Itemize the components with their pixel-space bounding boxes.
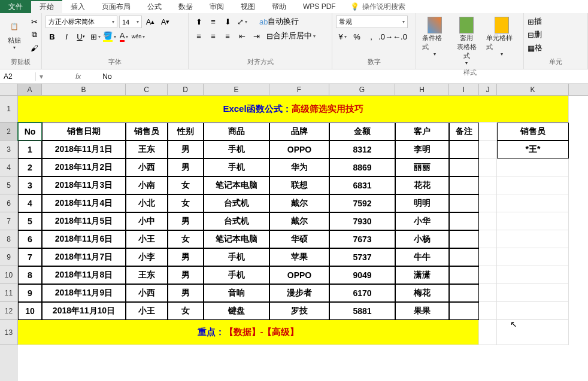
menu-tab-7[interactable]: 帮助: [263, 0, 295, 13]
table-format-button[interactable]: 套用 表格格式▾: [452, 16, 482, 67]
col-header-A[interactable]: A: [18, 84, 42, 95]
cell[interactable]: 10: [18, 302, 42, 320]
cell[interactable]: 小南: [126, 176, 168, 194]
cell[interactable]: [479, 141, 497, 159]
col-header-C[interactable]: C: [126, 84, 168, 95]
cell[interactable]: 华硕: [269, 230, 329, 248]
cell[interactable]: 小西: [126, 159, 168, 176]
delete-cells-button[interactable]: ⊟ 删: [528, 29, 542, 41]
name-box[interactable]: A2: [0, 72, 36, 81]
col-header-F[interactable]: F: [269, 84, 329, 95]
number-format-select[interactable]: 常规: [336, 16, 408, 28]
cell[interactable]: 罗技: [269, 302, 329, 320]
cell[interactable]: [479, 123, 497, 141]
cell[interactable]: 牛牛: [395, 248, 449, 266]
col-header-D[interactable]: D: [168, 84, 204, 95]
align-right-button[interactable]: ≡: [221, 30, 234, 42]
cell[interactable]: 戴尔: [269, 212, 329, 230]
cell[interactable]: 小李: [126, 248, 168, 266]
cell[interactable]: 9049: [329, 266, 395, 284]
cell[interactable]: 音响: [204, 284, 269, 302]
cell[interactable]: [497, 176, 569, 194]
menu-tab-1[interactable]: 插入: [62, 0, 93, 13]
border-button[interactable]: ⊞: [89, 31, 102, 42]
cell[interactable]: 1: [18, 141, 42, 159]
cell[interactable]: 小西: [126, 284, 168, 302]
cell-styles-button[interactable]: 单元格样式▾: [484, 16, 520, 58]
cell[interactable]: 笔记本电脑: [204, 176, 269, 194]
font-size-select[interactable]: 14: [119, 16, 142, 28]
align-bottom-button[interactable]: ⬇: [221, 16, 234, 28]
decrease-decimal-button[interactable]: ←.0: [393, 31, 407, 42]
row-header-7[interactable]: 7: [0, 212, 18, 230]
cut-button[interactable]: ✂: [28, 16, 41, 28]
title-banner[interactable]: Excel函数公式：高级筛选实用技巧: [18, 96, 569, 123]
conditional-format-button[interactable]: 条件格式▾: [420, 16, 450, 58]
insert-cells-button[interactable]: ⊞ 插: [528, 16, 542, 28]
align-top-button[interactable]: ⬆: [192, 16, 205, 28]
cell[interactable]: [449, 284, 479, 302]
percent-button[interactable]: %: [350, 31, 363, 42]
cell[interactable]: 花花: [395, 176, 449, 194]
phonetic-button[interactable]: wén: [132, 31, 145, 42]
cell[interactable]: 华为: [269, 159, 329, 176]
cell[interactable]: [479, 320, 497, 345]
footer-banner[interactable]: 重点：【数据】-【高级】: [18, 320, 479, 345]
cell[interactable]: OPPO: [269, 141, 329, 159]
cell[interactable]: 键盘: [204, 302, 269, 320]
row-header-13[interactable]: 13: [0, 320, 18, 345]
cell[interactable]: [497, 320, 569, 345]
cell[interactable]: [449, 159, 479, 176]
cell[interactable]: [449, 176, 479, 194]
menu-tab-4[interactable]: 数据: [170, 0, 201, 13]
cell[interactable]: 2018年11月4日: [42, 194, 126, 212]
formula-input[interactable]: No: [98, 72, 588, 81]
cell[interactable]: 2: [18, 159, 42, 176]
name-box-dropdown[interactable]: ▾: [36, 72, 47, 81]
paste-button[interactable]: 📋 粘贴 ▾: [4, 16, 25, 51]
insert-function-button[interactable]: fx: [71, 72, 86, 81]
cell[interactable]: 李明: [395, 141, 449, 159]
cell[interactable]: 2018年11月2日: [42, 159, 126, 176]
cell[interactable]: 4: [18, 194, 42, 212]
cell[interactable]: 戴尔: [269, 194, 329, 212]
cell[interactable]: [479, 248, 497, 266]
col-header-B[interactable]: B: [42, 84, 126, 95]
cell[interactable]: 2018年11月3日: [42, 176, 126, 194]
cell[interactable]: 8312: [329, 141, 395, 159]
cell[interactable]: [479, 302, 497, 320]
font-name-select[interactable]: 方正小标宋简体: [46, 16, 117, 28]
fill-color-button[interactable]: 🪣: [103, 31, 116, 42]
comma-button[interactable]: ,: [365, 31, 378, 42]
cell[interactable]: 3: [18, 176, 42, 194]
cell[interactable]: [449, 230, 479, 248]
cell[interactable]: 手机: [204, 266, 269, 284]
format-cells-button[interactable]: ▦ 格: [528, 42, 542, 54]
cell[interactable]: 性别: [168, 123, 204, 141]
cell[interactable]: 女: [168, 230, 204, 248]
cell[interactable]: 6170: [329, 284, 395, 302]
col-header-J[interactable]: J: [479, 84, 497, 95]
cell[interactable]: 手机: [204, 248, 269, 266]
cell[interactable]: 女: [168, 176, 204, 194]
cell[interactable]: 小中: [126, 212, 168, 230]
cell[interactable]: 2018年11月5日: [42, 212, 126, 230]
cell[interactable]: 8: [18, 266, 42, 284]
cell[interactable]: 2018年11月7日: [42, 248, 126, 266]
cell[interactable]: [449, 194, 479, 212]
underline-button[interactable]: U ▾: [74, 31, 87, 42]
cell[interactable]: [449, 248, 479, 266]
cell[interactable]: [497, 266, 569, 284]
row-header-9[interactable]: 9: [0, 248, 18, 266]
row-header-2[interactable]: 2: [0, 123, 18, 141]
row-header-4[interactable]: 4: [0, 159, 18, 176]
col-header-I[interactable]: I: [449, 84, 479, 95]
active-cell[interactable]: No: [18, 123, 42, 141]
cell[interactable]: 销售日期: [42, 123, 126, 141]
row-header-11[interactable]: 11: [0, 284, 18, 302]
cell[interactable]: 9: [18, 284, 42, 302]
col-header-G[interactable]: G: [329, 84, 395, 95]
font-color-button[interactable]: A: [117, 31, 131, 42]
copy-button[interactable]: ⧉: [28, 29, 41, 41]
cell[interactable]: 6831: [329, 176, 395, 194]
